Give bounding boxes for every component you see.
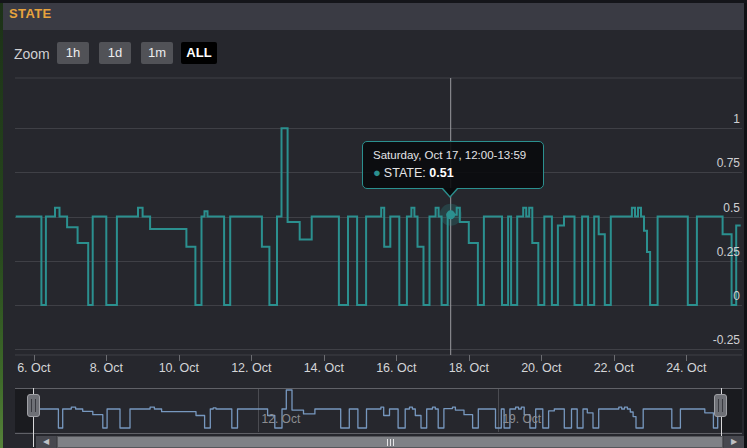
scrollbar-right-arrow-icon[interactable]: ▶	[724, 436, 744, 448]
zoom-label: Zoom	[14, 46, 50, 62]
navigator-handle-left[interactable]	[27, 394, 40, 417]
panel-title: STATE	[9, 6, 52, 21]
navigator-handle-right[interactable]	[714, 394, 727, 417]
scrollbar-thumb[interactable]	[57, 436, 723, 448]
scrollbar-track[interactable]: ◀ ▶	[36, 436, 744, 448]
chart-tooltip: Saturday, Oct 17, 12:00-13:59 ●STATE: 0.…	[362, 141, 544, 189]
tooltip-series-row: ●STATE: 0.51	[373, 165, 533, 180]
state-chart-panel	[3, 3, 744, 448]
tooltip-date: Saturday, Oct 17, 12:00-13:59	[373, 149, 533, 161]
series-bullet-icon: ●	[373, 165, 381, 180]
tooltip-arrow-fill	[443, 188, 457, 196]
range-button-1m[interactable]: 1m	[141, 42, 173, 64]
tooltip-series-label: STATE:	[384, 166, 426, 180]
range-button-1d[interactable]: 1d	[99, 42, 131, 64]
panel-header	[3, 3, 744, 30]
range-button-all[interactable]: ALL	[181, 42, 217, 64]
scrollbar-left-arrow-icon[interactable]: ◀	[36, 436, 56, 448]
range-button-1h[interactable]: 1h	[57, 42, 89, 64]
tooltip-value: 0.51	[429, 166, 453, 180]
